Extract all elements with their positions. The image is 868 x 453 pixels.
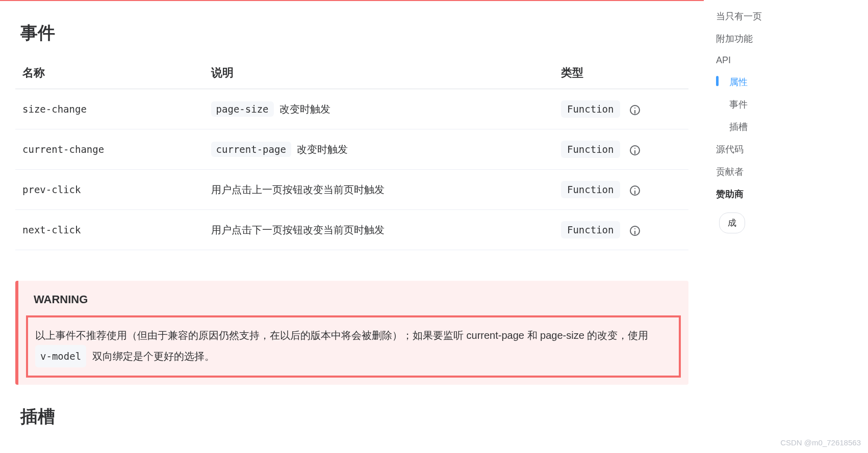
event-name: next-click: [22, 224, 81, 235]
type-badge: Function: [561, 100, 620, 118]
warning-text-post: 双向绑定是个更好的选择。: [92, 351, 215, 362]
warning-highlight: 以上事件不推荐使用（但由于兼容的原因仍然支持，在以后的版本中将会被删除）；如果要…: [26, 315, 681, 378]
desc-code: page-size: [211, 101, 274, 117]
info-icon[interactable]: [630, 226, 640, 236]
toc-item-api[interactable]: API: [716, 50, 796, 71]
event-name: prev-click: [22, 184, 81, 195]
table-row: next-click 用户点击下一页按钮改变当前页时触发 Function: [15, 210, 688, 250]
warning-code: v-model: [35, 345, 86, 367]
toc-item-sponsors[interactable]: 赞助商: [716, 183, 796, 205]
events-table: 名称 说明 类型 size-change page-size 改变时触发 Fun…: [15, 57, 688, 250]
toc-item-source[interactable]: 源代码: [716, 138, 796, 161]
event-name: size-change: [22, 103, 87, 115]
toc-item-events[interactable]: 事件: [716, 93, 796, 116]
table-row: prev-click 用户点击上一页按钮改变当前页时触发 Function: [15, 170, 688, 210]
desc-text: 用户点击上一页按钮改变当前页时触发: [211, 184, 385, 195]
slots-heading: 插槽: [15, 405, 688, 429]
toc-item-extra[interactable]: 附加功能: [716, 28, 796, 50]
toc-item-slots[interactable]: 插槽: [716, 116, 796, 138]
desc-code: current-page: [211, 142, 291, 157]
col-name-header: 名称: [15, 57, 204, 89]
event-name: current-change: [22, 144, 104, 155]
table-row: size-change page-size 改变时触发 Function: [15, 89, 688, 129]
toc-item-single-page[interactable]: 当只有一页: [716, 5, 796, 28]
warning-title: WARNING: [34, 293, 673, 306]
info-icon[interactable]: [630, 185, 640, 196]
desc-text: 改变时触发: [297, 144, 348, 155]
desc-text: 用户点击下一页按钮改变当前页时触发: [211, 224, 385, 235]
table-row: current-change current-page 改变时触发 Functi…: [15, 129, 688, 170]
toc-item-attributes[interactable]: 属性: [716, 71, 796, 93]
events-heading: 事件: [15, 21, 688, 45]
toc-sidebar: 当只有一页 附加功能 API 属性 事件 插槽 源代码 贡献者 赞助商 成: [704, 0, 796, 453]
col-type-header: 类型: [554, 57, 688, 89]
warning-text-pre: 以上事件不推荐使用（但由于兼容的原因仍然支持，在以后的版本中将会被删除）；如果要…: [35, 330, 648, 341]
type-badge: Function: [561, 221, 620, 238]
type-badge: Function: [561, 181, 620, 198]
toc-item-contributors[interactable]: 贡献者: [716, 161, 796, 183]
info-icon[interactable]: [630, 145, 640, 155]
desc-text: 改变时触发: [279, 103, 330, 115]
top-border: [0, 0, 704, 1]
col-desc-header: 说明: [204, 57, 554, 89]
warning-box: WARNING 以上事件不推荐使用（但由于兼容的原因仍然支持，在以后的版本中将会…: [15, 281, 688, 385]
info-icon[interactable]: [630, 105, 640, 115]
sponsor-button[interactable]: 成: [719, 212, 745, 233]
type-badge: Function: [561, 141, 620, 158]
